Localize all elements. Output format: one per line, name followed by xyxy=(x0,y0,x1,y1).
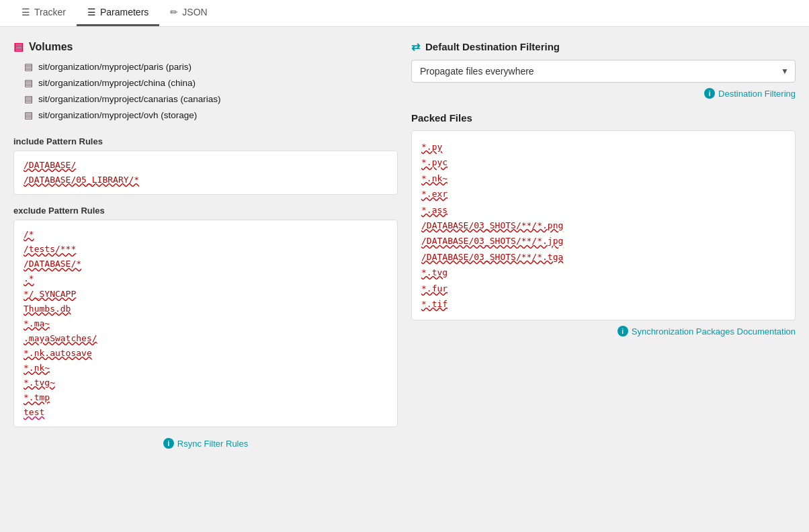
parameters-label: Parameters xyxy=(100,7,148,17)
packed-line-5: /DATABASE/03_SHOTS/**/*.png xyxy=(421,218,785,233)
exclude-line-5: Thumbs.db xyxy=(24,302,388,316)
volumes-icon: ▤ xyxy=(13,40,24,53)
tab-tracker[interactable]: ☰ Tracker xyxy=(11,0,77,26)
list-item: ▤ sit/organization/myproject/canarias (c… xyxy=(24,93,398,104)
exclude-line-2: /DATABASE/* xyxy=(24,257,388,271)
rsync-filter-link[interactable]: i Rsync Filter Rules xyxy=(163,438,248,449)
packed-line-10: *.tif xyxy=(421,296,785,312)
main-content: ▤ Volumes ▤ sit/organization/myproject/p… xyxy=(0,27,809,462)
exclude-line-12: test xyxy=(24,405,388,420)
volumes-title-text: Volumes xyxy=(29,41,73,53)
volume-item-icon-0: ▤ xyxy=(24,61,33,72)
dest-filter-link-area: i Destination Filtering xyxy=(411,88,796,99)
tab-parameters[interactable]: ☰ Parameters xyxy=(77,0,159,26)
rsync-link-area: i Rsync Filter Rules xyxy=(13,438,398,449)
dest-filter-info-icon: i xyxy=(704,88,715,99)
tab-json[interactable]: ✏ JSON xyxy=(159,0,218,26)
rsync-info-icon: i xyxy=(163,438,174,449)
exclude-line-10: *.tvg~ xyxy=(24,375,388,390)
exclude-line-7: .mayaSwatches/ xyxy=(24,331,388,346)
dest-filter-link[interactable]: i Destination Filtering xyxy=(704,88,796,99)
exclude-line-3: .* xyxy=(24,271,388,286)
volume-item-icon-3: ▤ xyxy=(24,109,33,120)
packed-line-0: *.py xyxy=(421,139,785,154)
tracker-icon: ☰ xyxy=(22,7,30,17)
tracker-label: Tracker xyxy=(34,7,66,17)
json-icon: ✏ xyxy=(170,7,178,17)
top-nav: ☰ Tracker ☰ Parameters ✏ JSON xyxy=(0,0,809,27)
arrows-icon: ⇄ xyxy=(411,40,420,53)
include-pattern-box: /DATABASE/ /DATABASE/05_LIBRARY/* xyxy=(13,150,398,195)
exclude-line-6: *.ma~ xyxy=(24,316,388,331)
exclude-line-11: *.tmp xyxy=(24,390,388,405)
packed-files-section: Packed Files *.py *.pyc *.nk~ *.exr *.as… xyxy=(411,112,796,337)
rsync-link-text: Rsync Filter Rules xyxy=(177,439,248,449)
right-panel: ⇄ Default Destination Filtering Propagat… xyxy=(411,40,796,449)
packed-line-2: *.nk~ xyxy=(421,171,785,186)
volume-item-icon-1: ▤ xyxy=(24,77,33,88)
packed-files-title: Packed Files xyxy=(411,112,796,124)
exclude-line-0: /* xyxy=(24,227,388,242)
list-item: ▤ sit/organization/myproject/china (chin… xyxy=(24,77,398,88)
include-pattern-title: include Pattern Rules xyxy=(13,136,398,146)
exclude-pattern-title: exclude Pattern Rules xyxy=(13,206,398,216)
volume-item-text-0: sit/organization/myproject/paris (paris) xyxy=(38,62,191,72)
sync-docs-link-text: Synchronization Packages Documentation xyxy=(632,326,796,337)
volume-item-text-2: sit/organization/myproject/canarias (can… xyxy=(38,94,221,104)
volumes-section-title: ▤ Volumes xyxy=(13,40,398,53)
packed-line-7: /DATABASE/03_SHOTS/**/*.tga xyxy=(421,249,785,265)
exclude-line-9: *.nk~ xyxy=(24,361,388,375)
exclude-line-4: */_SYNCAPP xyxy=(24,287,388,302)
volume-item-text-1: sit/organization/myproject/china (china) xyxy=(38,78,196,88)
dest-filter-dropdown-wrapper: Propagate files everywhereCustom filteri… xyxy=(411,60,796,83)
list-item: ▤ sit/organization/myproject/ovh (storag… xyxy=(24,109,398,120)
dest-filter-select[interactable]: Propagate files everywhereCustom filteri… xyxy=(411,60,796,83)
dest-filter-title: ⇄ Default Destination Filtering xyxy=(411,40,796,53)
list-item: ▤ sit/organization/myproject/paris (pari… xyxy=(24,61,398,72)
volume-list: ▤ sit/organization/myproject/paris (pari… xyxy=(24,61,398,120)
packed-files-box: *.py *.pyc *.nk~ *.exr *.ass /DATABASE/0… xyxy=(411,130,796,320)
packed-line-1: *.pyc xyxy=(421,154,785,170)
include-line-0: /DATABASE/ xyxy=(24,158,388,173)
sync-docs-link[interactable]: i Synchronization Packages Documentation xyxy=(618,326,796,337)
include-line-1: /DATABASE/05_LIBRARY/* xyxy=(24,173,388,187)
parameters-icon: ☰ xyxy=(87,7,96,17)
dest-filter-section: ⇄ Default Destination Filtering Propagat… xyxy=(411,40,796,99)
packed-line-6: /DATABASE/03_SHOTS/**/*.jpg xyxy=(421,233,785,249)
dest-filter-title-text: Default Destination Filtering xyxy=(425,41,560,52)
exclude-line-1: /tests/*** xyxy=(24,242,388,257)
dest-filter-link-text: Destination Filtering xyxy=(718,89,796,99)
exclude-pattern-box: /* /tests/*** /DATABASE/* .* */_SYNCAPP … xyxy=(13,220,398,427)
sync-docs-info-icon: i xyxy=(618,326,628,337)
packed-line-8: *.tvg xyxy=(421,265,785,280)
left-panel: ▤ Volumes ▤ sit/organization/myproject/p… xyxy=(13,40,398,449)
packed-line-4: *.ass xyxy=(421,202,785,218)
json-label: JSON xyxy=(182,7,207,17)
packed-line-9: *.fur xyxy=(421,281,785,296)
packed-line-3: *.exr xyxy=(421,186,785,202)
volume-item-icon-2: ▤ xyxy=(24,93,33,104)
sync-docs-area: i Synchronization Packages Documentation xyxy=(411,326,796,337)
volume-item-text-3: sit/organization/myproject/ovh (storage) xyxy=(38,110,197,120)
exclude-line-8: *.nk.autosave xyxy=(24,346,388,361)
